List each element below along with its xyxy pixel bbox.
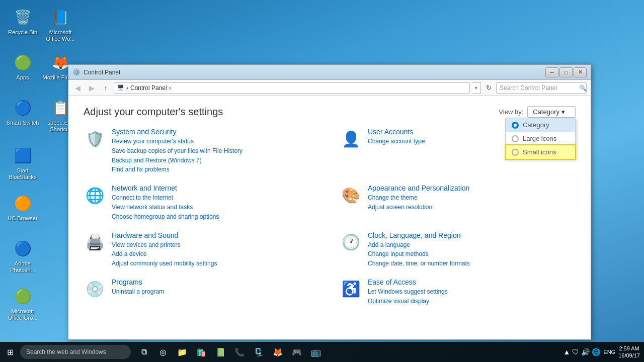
system-security-link-2[interactable]: Backup and Restore (Windows 7) — [112, 156, 319, 165]
hardware-sound-link-0[interactable]: View devices and printers — [112, 241, 319, 249]
task-view-button[interactable]: ⧉ — [135, 343, 153, 361]
hardware-sound-icon: 🖨️ — [84, 231, 106, 253]
system-security-link-0[interactable]: Review your computer's status — [112, 137, 319, 146]
dropdown-item-category[interactable]: Category — [506, 118, 575, 132]
file-explorer-button[interactable]: 📁 — [173, 343, 191, 361]
main-content: Adjust your computer's settings View by:… — [68, 96, 591, 339]
user-accounts-icon: 👤 — [340, 128, 362, 150]
ease-of-access-link-0[interactable]: Let Windows suggest settings — [368, 288, 576, 296]
control-panel-window: ⚙️ Control Panel ─ □ ✕ ◀ ▶ ↑ 🖥️ › Contro… — [68, 64, 591, 340]
clock-language-link-2[interactable]: Change date, time, or number formats — [368, 259, 576, 268]
hardware-sound-title[interactable]: Hardware and Sound — [112, 231, 319, 239]
radio-category — [512, 122, 519, 129]
page-title: Adjust your computer's settings — [84, 106, 223, 118]
system-tray: ▲ 🛡 🔊 🌐 — [563, 348, 600, 356]
title-bar: ⚙️ Control Panel ─ □ ✕ — [68, 65, 591, 80]
appearance-title[interactable]: Appearance and Personalization — [368, 184, 576, 192]
categories-grid: 🛡️System and SecurityReview your compute… — [84, 128, 576, 306]
view-by-area: View by: Category ▾ Category — [499, 106, 576, 118]
desktop-icon-smart-switch[interactable]: 🔵Smart Switch — [3, 96, 43, 128]
category-item-clock-language: 🕐Clock, Language, and RegionAdd a langua… — [340, 231, 576, 268]
view-by-current: Category — [533, 108, 559, 116]
dropdown-item-small-icons[interactable]: Small icons — [506, 145, 575, 159]
clock-language-icon: 🕐 — [340, 231, 362, 253]
back-button[interactable]: ◀ — [71, 82, 84, 94]
desktop-icon-uc-browser[interactable]: 🟠UC Browser — [3, 191, 43, 224]
category-item-network-internet: 🌐Network and InternetConnect to the Inte… — [84, 184, 319, 221]
search-button[interactable]: 🔍 — [578, 82, 588, 94]
clock-language-link-1[interactable]: Change input methods — [368, 250, 576, 258]
view-dropdown-menu: Category Large icons Small icons — [505, 118, 576, 159]
network-internet-link-0[interactable]: Connect to the Internet — [112, 194, 319, 202]
phone-button[interactable]: 📞 — [230, 343, 249, 361]
up-button[interactable]: ↑ — [100, 82, 112, 94]
ms-office-word-icon: 📘 — [50, 7, 70, 27]
network-internet-icon: 🌐 — [84, 184, 106, 206]
category-item-system-security: 🛡️System and SecurityReview your compute… — [84, 128, 319, 174]
dropdown-label-category: Category — [523, 121, 549, 129]
programs-link-0[interactable]: Uninstall a program — [112, 288, 319, 296]
forward-button[interactable]: ▶ — [86, 82, 98, 94]
search-input[interactable] — [496, 82, 587, 94]
radio-small-icons — [512, 149, 519, 156]
clock-language-content: Clock, Language, and RegionAdd a languag… — [368, 231, 576, 268]
network-internet-title[interactable]: Network and Internet — [112, 184, 319, 192]
store-button[interactable]: 🛍️ — [192, 343, 210, 361]
hardware-sound-link-2[interactable]: Adjust commonly used mobility settings — [112, 259, 319, 268]
apps-icon: 🟢 — [13, 52, 33, 72]
appearance-link-0[interactable]: Change the theme — [368, 194, 576, 202]
close-button[interactable]: ✕ — [574, 67, 587, 77]
ease-of-access-content: Ease of AccessLet Windows suggest settin… — [368, 278, 576, 306]
antivirus-icon[interactable]: 🛡 — [572, 348, 579, 356]
ease-of-access-link-1[interactable]: Optimize visual display — [368, 297, 576, 306]
taskbar-clock[interactable]: 2:59 AM 16/09/17 — [618, 345, 640, 359]
desktop-icon-recycle-bin[interactable]: 🗑️Recycle Bin — [3, 5, 43, 38]
green-app-button[interactable]: 📗 — [211, 343, 229, 361]
system-security-title[interactable]: System and Security — [112, 128, 319, 136]
firefox-taskbar-button[interactable]: 🦊 — [269, 343, 287, 361]
media-button[interactable]: 📺 — [307, 343, 325, 361]
ms-office-word-label: Microsoft Office Wo... — [42, 29, 78, 42]
programs-title[interactable]: Programs — [112, 278, 319, 286]
ease-of-access-title[interactable]: Ease of Access — [368, 278, 576, 286]
ease-of-access-icon: ♿ — [340, 278, 362, 300]
desktop-icon-adobe-photoshop[interactable]: 🔵Adobe Photosh... — [3, 236, 43, 276]
network-icon[interactable]: 🌐 — [592, 348, 600, 356]
address-path[interactable]: 🖥️ › Control Panel › — [114, 82, 470, 94]
zip-button[interactable]: 🗜️ — [250, 343, 268, 361]
taskbar-search-input[interactable] — [20, 345, 131, 359]
network-internet-link-2[interactable]: Choose homegroup and sharing options — [112, 213, 319, 221]
appearance-link-1[interactable]: Adjust screen resolution — [368, 203, 576, 212]
clock-language-link-0[interactable]: Add a language — [368, 241, 576, 249]
view-by-button[interactable]: Category ▾ — [527, 106, 576, 118]
desktop-icon-ms-office-word[interactable]: 📘Microsoft Office Wo... — [40, 5, 80, 44]
hardware-sound-content: Hardware and SoundView devices and print… — [112, 231, 319, 268]
network-internet-link-1[interactable]: View network status and tasks — [112, 203, 319, 212]
category-item-appearance: 🎨Appearance and PersonalizationChange th… — [340, 184, 576, 221]
category-item-ease-of-access: ♿Ease of AccessLet Windows suggest setti… — [340, 278, 576, 306]
appearance-content: Appearance and PersonalizationChange the… — [368, 184, 576, 212]
start-button[interactable]: ⊞ — [0, 342, 20, 362]
refresh-button[interactable]: ↻ — [483, 82, 494, 94]
taskbar-icons: ⧉ ◎ 📁 🛍️ 📗 📞 🗜️ 🦊 🎮 📺 — [135, 343, 325, 361]
desktop-icon-apps[interactable]: 🟢Apps — [3, 50, 43, 83]
tray-arrow-icon[interactable]: ▲ — [563, 348, 570, 356]
volume-icon[interactable]: 🔊 — [581, 348, 590, 356]
dropdown-item-large-icons[interactable]: Large icons — [506, 132, 575, 145]
maximize-button[interactable]: □ — [559, 67, 573, 77]
view-by-label: View by: — [499, 108, 523, 116]
hardware-sound-link-1[interactable]: Add a device — [112, 250, 319, 258]
category-item-hardware-sound: 🖨️Hardware and SoundView devices and pri… — [84, 231, 319, 268]
adobe-photoshop-icon: 🔵 — [13, 238, 33, 258]
system-security-link-1[interactable]: Save backup copies of your files with Fi… — [112, 147, 319, 155]
system-security-link-3[interactable]: Find and fix problems — [112, 165, 319, 174]
recycle-bin-label: Recycle Bin — [8, 29, 37, 36]
game-button[interactable]: 🎮 — [288, 343, 306, 361]
minimize-button[interactable]: ─ — [545, 67, 558, 77]
address-dropdown-button[interactable]: ▾ — [472, 82, 481, 94]
cortana-button[interactable]: ◎ — [154, 343, 172, 361]
content-header: Adjust your computer's settings View by:… — [84, 106, 576, 118]
desktop-icon-start-bluestacks[interactable]: 🟦Start BlueStacks — [3, 143, 43, 183]
clock-language-title[interactable]: Clock, Language, and Region — [368, 231, 576, 239]
desktop-icon-ms-office-grp[interactable]: 🟢Microsoft Office Gro... — [3, 284, 43, 323]
